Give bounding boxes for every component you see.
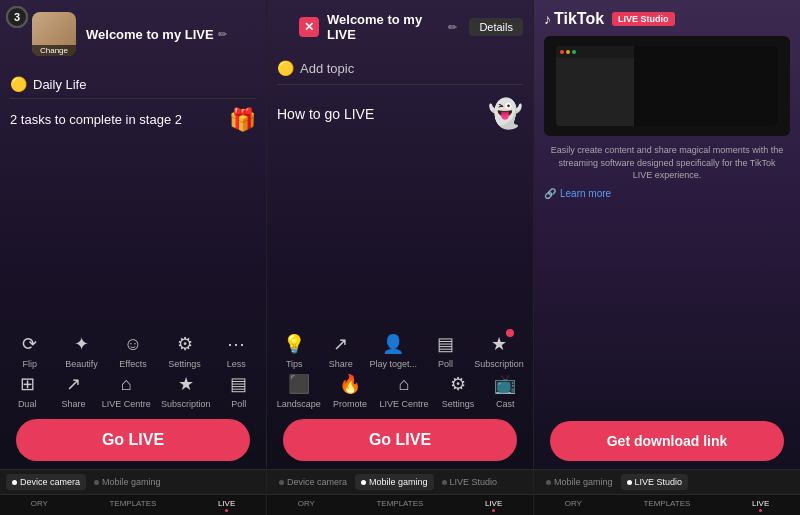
tool-beautify-label: Beautify [65,359,98,369]
device-camera-dot-2 [279,480,284,485]
effects-icon: ☺ [120,331,146,357]
flip-icon: ⟳ [17,331,43,357]
close-button[interactable]: ✕ [299,17,319,37]
beautify-icon: ✦ [68,331,94,357]
how-to-text: How to go LIVE [277,106,374,122]
tool-subscription-label: Subscription [161,399,211,409]
tool-poll-label: Poll [231,399,246,409]
go-live-button-2[interactable]: Go LIVE [283,419,517,461]
poll-icon-2: ▤ [433,331,459,357]
toolbar-1: ⟳ Flip ✦ Beautify ☺ Effects ⚙ Settings [0,325,266,411]
tool-landscape[interactable]: ⬛ Landscape [277,371,321,409]
tool-settings[interactable]: ⚙ Settings [167,331,203,369]
studio-dot-green [572,50,576,54]
live-centre-icon-2: ⌂ [391,371,417,397]
tool-poll-2-label: Poll [438,359,453,369]
live-studio-dot-2 [442,480,447,485]
edit-title-icon-2[interactable]: ✏ [448,21,457,34]
tool-less[interactable]: ⋯ Less [218,331,254,369]
bnav-templates-2[interactable]: TEMPLATES [372,498,427,513]
learn-more-text[interactable]: Learn more [560,188,611,199]
tasks-text: 2 tasks to complete in stage 2 [10,112,182,129]
tool-flip[interactable]: ⟳ Flip [12,331,48,369]
studio-description: Easily create content and share magical … [544,144,790,182]
tab-live-studio-2[interactable]: LIVE Studio [436,474,504,490]
tab-mobile-gaming-1[interactable]: Mobile gaming [88,474,167,490]
tool-live-centre-label: LIVE Centre [102,399,151,409]
tool-share[interactable]: ↗ Share [55,371,91,409]
mobile-gaming-dot-2 [361,480,366,485]
tool-play-together[interactable]: 👤 Play toget... [369,331,417,369]
tool-live-centre-2[interactable]: ⌂ LIVE Centre [379,371,428,409]
mobile-gaming-dot-1 [94,480,99,485]
avatar-change-label[interactable]: Change [32,45,76,56]
tips-icon: 💡 [281,331,307,357]
panel-1-header: Change Welcome to my LIVE ✏ [0,0,266,66]
tool-dual[interactable]: ⊞ Dual [9,371,45,409]
tool-live-centre-2-label: LIVE Centre [379,399,428,409]
cast-icon: 📺 [492,371,518,397]
bnav-templates-3[interactable]: TEMPLATES [639,498,694,513]
panel-1: 1 Change Welcome to my LIVE ✏ 🟡 Daily Li… [0,0,267,515]
live-centre-icon: ⌂ [113,371,139,397]
device-camera-dot-1 [12,480,17,485]
bnav-ory-1[interactable]: ORY [27,498,52,513]
bnav-live-1[interactable]: LIVE [214,498,239,513]
add-topic-row[interactable]: 🟡 Add topic [277,52,523,85]
tool-effects-label: Effects [119,359,146,369]
live-studio-badge: LIVE Studio [612,12,675,26]
panel-3-bottom: Get download link Mobile gaming LIVE Stu… [534,413,800,515]
bnav-live-3[interactable]: LIVE [748,498,773,513]
bnav-templates-1[interactable]: TEMPLATES [105,498,160,513]
learn-more-row[interactable]: 🔗 Learn more [544,188,611,199]
studio-dot-red [560,50,564,54]
panel-1-content: 🟡 Daily Life 2 tasks to complete in stag… [0,66,266,325]
tool-tips[interactable]: 💡 Tips [276,331,312,369]
tool-landscape-label: Landscape [277,399,321,409]
tool-live-centre[interactable]: ⌂ LIVE Centre [102,371,151,409]
tool-tips-label: Tips [286,359,303,369]
bnav-ory-3[interactable]: ORY [561,498,586,513]
bottom-nav-1: ORY TEMPLATES LIVE [0,494,266,515]
bottom-nav-3: ORY TEMPLATES LIVE [534,494,800,515]
edit-title-icon[interactable]: ✏ [218,28,227,41]
toolbar-row-1: ⟳ Flip ✦ Beautify ☺ Effects ⚙ Settings [4,331,262,369]
tool-cast[interactable]: 📺 Cast [487,371,523,409]
tool-poll-2[interactable]: ▤ Poll [428,331,464,369]
tool-play-together-label: Play toget... [369,359,417,369]
tool-subscription-2[interactable]: ★ Subscription [474,331,524,369]
tool-promote[interactable]: 🔥 Promote [332,371,368,409]
details-tab[interactable]: Details [469,18,523,36]
share-icon: ↗ [60,371,86,397]
gift-icon: 🎁 [229,107,256,133]
subscription-icon-2: ★ [486,331,512,357]
tool-share-2[interactable]: ↗ Share [323,331,359,369]
category-label: Daily Life [33,77,86,92]
tab-device-camera-2[interactable]: Device camera [273,474,353,490]
tool-promote-label: Promote [333,399,367,409]
studio-screenshot [544,36,790,136]
tool-beautify[interactable]: ✦ Beautify [63,331,99,369]
get-download-button[interactable]: Get download link [550,421,784,461]
tool-share-2-label: Share [329,359,353,369]
avatar[interactable]: Change [32,12,76,56]
panel-2-content: 🟡 Add topic How to go LIVE 👻 [267,48,533,146]
tab-mobile-gaming-2[interactable]: Mobile gaming [355,474,434,490]
category-emoji: 🟡 [10,76,27,92]
add-topic-text: Add topic [300,61,354,76]
add-topic-emoji: 🟡 [277,60,294,76]
tool-subscription[interactable]: ★ Subscription [161,371,211,409]
bnav-ory-2[interactable]: ORY [294,498,319,513]
bnav-live-2[interactable]: LIVE [481,498,506,513]
tiktok-note: ♪ [544,11,551,27]
tab-live-studio-3[interactable]: LIVE Studio [621,474,689,490]
tool-settings-2[interactable]: ⚙ Settings [440,371,476,409]
go-live-button[interactable]: Go LIVE [16,419,250,461]
tool-poll[interactable]: ▤ Poll [221,371,257,409]
bottom-nav-2: ORY TEMPLATES LIVE [267,494,533,515]
landscape-icon: ⬛ [286,371,312,397]
tab-device-camera-1[interactable]: Device camera [6,474,86,490]
tool-effects[interactable]: ☺ Effects [115,331,151,369]
tasks-row: 2 tasks to complete in stage 2 🎁 [10,98,256,141]
tab-mobile-gaming-3[interactable]: Mobile gaming [540,474,619,490]
